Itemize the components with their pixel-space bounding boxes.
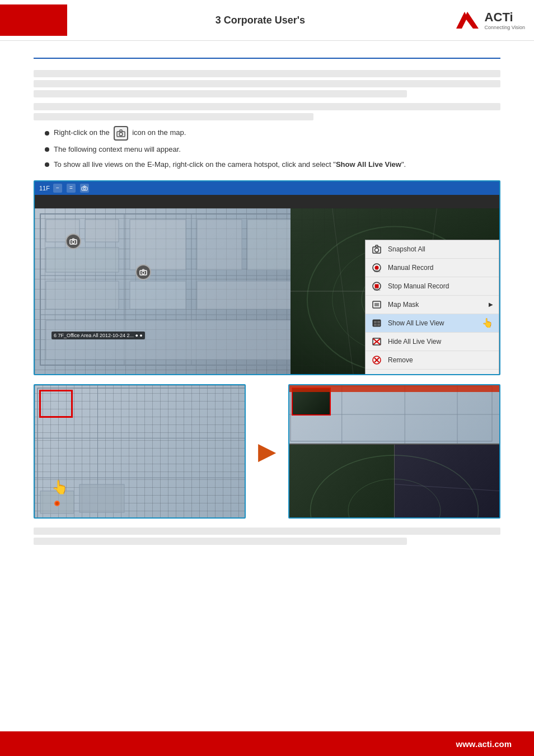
highlight-red-box	[39, 390, 73, 418]
context-menu: Snapshot All REC Manual Record	[365, 240, 499, 374]
camera-btn[interactable]	[80, 184, 89, 193]
camera-marker-1	[65, 234, 81, 249]
menu-item-remove[interactable]: Remove	[366, 351, 499, 370]
svg-point-22	[72, 240, 75, 243]
bullet-text-2: The following context menu will appear.	[54, 143, 181, 156]
equals-btn[interactable]: =	[67, 184, 76, 193]
main-content: Right-click on the icon on the map. The …	[0, 41, 534, 561]
svg-rect-12	[85, 220, 119, 242]
bullet-text-3: To show all live views on the E-Map, rig…	[54, 158, 406, 171]
feed-br-svg	[395, 445, 500, 519]
svg-rect-14	[130, 220, 186, 270]
svg-rect-15	[197, 220, 242, 270]
floor-plan: 6 7F_Office Area All 2012-10-24 2... ● ●	[35, 208, 291, 374]
header-red-bar	[0, 4, 67, 36]
record-icon: REC	[371, 262, 382, 273]
menu-item-snapshot[interactable]: Snapshot All	[366, 240, 499, 259]
svg-rect-18	[130, 281, 186, 309]
svg-marker-1	[465, 12, 479, 29]
svg-line-66	[395, 484, 500, 498]
acti-logo-icon	[453, 9, 481, 31]
bullet-dot-1	[45, 131, 49, 136]
bottom-line-1	[34, 528, 500, 535]
menu-item-stop-record[interactable]: REC Stop Manual Record	[366, 277, 499, 296]
bullet-dot-3	[45, 162, 49, 167]
svg-rect-42	[374, 321, 377, 323]
before-screenshot: 👆	[34, 384, 246, 519]
menu-label-map-mask: Map Mask	[388, 301, 419, 309]
bullet-item-2: The following context menu will appear.	[45, 143, 500, 156]
after-bottom-feeds	[289, 445, 499, 517]
svg-text:REC: REC	[374, 269, 381, 273]
company-logo: ACTi Connecting Vision	[453, 9, 525, 31]
svg-marker-0	[456, 12, 467, 29]
minus-btn[interactable]: −	[53, 184, 62, 193]
cam-header-bar	[289, 385, 499, 392]
after-inner	[289, 385, 499, 517]
logo-brand: ACTi	[485, 10, 525, 25]
text-line-5	[34, 113, 313, 120]
hand-cursor-icon: 👆	[482, 318, 493, 328]
svg-rect-13	[46, 248, 119, 272]
menu-label-hide-live: Hide All Live View	[388, 338, 441, 346]
camera-hotspot-icon	[114, 126, 128, 141]
before-grid: 👆	[35, 385, 245, 517]
svg-rect-20	[46, 320, 291, 360]
bottom-line-2	[34, 538, 407, 545]
map-mask-icon	[371, 299, 382, 310]
menu-item-map-mask[interactable]: Map Mask ▶	[366, 296, 499, 314]
text-line-4	[34, 103, 500, 110]
menu-label-show-live: Show All Live View	[388, 319, 444, 327]
hide-live-icon	[371, 336, 382, 347]
bullet-item-3: To show all live views on the E-Map, rig…	[45, 158, 500, 171]
svg-rect-17	[46, 281, 119, 309]
svg-point-3	[119, 133, 123, 136]
svg-rect-45	[377, 324, 380, 326]
bullet-dot-2	[45, 147, 49, 152]
camera-marker-2	[135, 264, 151, 280]
text-line-2	[34, 80, 500, 87]
svg-rect-40	[374, 303, 379, 306]
logo-tagline: Connecting Vision	[485, 25, 525, 30]
after-top-map	[289, 385, 499, 445]
svg-point-32	[375, 248, 379, 252]
default-hotspot-icon	[371, 373, 382, 374]
menu-label-record: Manual Record	[388, 264, 433, 272]
menu-item-default-hotspot[interactable]: Default Hotspot	[366, 370, 499, 374]
page-footer: www.acti.com	[0, 731, 534, 756]
menu-label-stop-record: Stop Manual Record	[388, 282, 449, 290]
svg-text:REC: REC	[374, 288, 381, 291]
logo-text-block: ACTi Connecting Vision	[485, 10, 525, 30]
intro-text-block	[34, 70, 500, 120]
show-live-icon	[371, 318, 382, 329]
camera-feed-br	[395, 445, 499, 517]
section-divider	[34, 58, 500, 59]
svg-point-24	[142, 271, 145, 274]
instructions-list: Right-click on the icon on the map. The …	[45, 126, 500, 171]
map-area-label: 6 7F_Office Area All 2012-10-24 2... ● ●	[51, 332, 145, 339]
menu-item-record[interactable]: REC Manual Record	[366, 259, 499, 277]
text-line-1	[34, 70, 500, 77]
cursor-hand: 👆	[51, 479, 68, 495]
svg-rect-44	[374, 324, 377, 326]
page-title: 3 Corporate User's	[67, 15, 453, 26]
menu-label-remove: Remove	[388, 356, 413, 364]
svg-rect-16	[247, 220, 291, 270]
menu-item-hide-live[interactable]: Hide All Live View	[366, 333, 499, 351]
map-titlebar: 11F − =	[35, 181, 499, 195]
before-after-screenshots: 👆 ▶	[34, 384, 500, 519]
bullet-text-1: Right-click on the icon on the map.	[54, 126, 186, 141]
before-map: 👆	[35, 385, 245, 517]
text-line-3	[34, 90, 407, 97]
svg-rect-43	[377, 321, 380, 323]
cam-thumb-content	[293, 389, 330, 414]
stop-record-icon: REC	[371, 281, 382, 292]
map-view-area: 6 7F_Office Area All 2012-10-24 2... ● ●	[35, 195, 499, 374]
transition-arrow-container: ▶	[250, 384, 284, 519]
floor-grid-overlay: 6 7F_Office Area All 2012-10-24 2... ● ●	[35, 208, 291, 374]
bullet-item-1: Right-click on the icon on the map.	[45, 126, 500, 141]
after-screenshot	[288, 384, 500, 519]
svg-point-5	[83, 188, 86, 190]
menu-item-show-live[interactable]: Show All Live View 👆	[366, 314, 499, 333]
remove-icon	[371, 354, 382, 366]
